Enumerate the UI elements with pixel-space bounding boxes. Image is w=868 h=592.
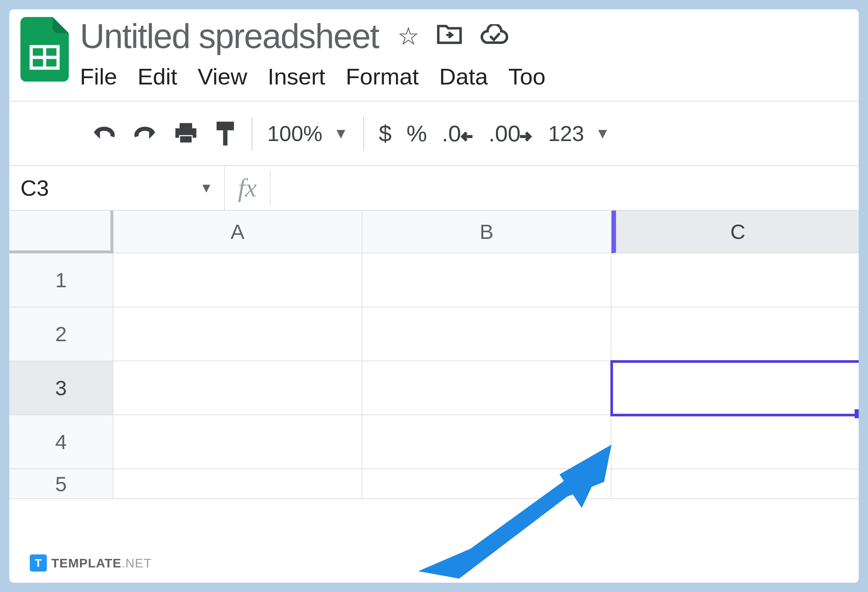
move-folder-icon[interactable] bbox=[436, 22, 463, 50]
menu-bar: File Edit View Insert Format Data Too bbox=[80, 63, 847, 90]
column-header-c[interactable]: C bbox=[611, 211, 859, 253]
print-icon[interactable] bbox=[173, 122, 199, 145]
cell-b2[interactable] bbox=[362, 307, 611, 361]
zoom-value: 100% bbox=[267, 121, 322, 146]
paint-format-icon[interactable] bbox=[214, 121, 237, 147]
percent-format-button[interactable]: % bbox=[406, 120, 427, 147]
row-header-5[interactable]: 5 bbox=[9, 469, 114, 499]
cell-a3[interactable] bbox=[114, 361, 362, 415]
cell-b1[interactable] bbox=[362, 253, 611, 307]
number-format-dropdown[interactable]: 123 ▼ bbox=[548, 121, 610, 146]
row-header-3[interactable]: 3 bbox=[9, 361, 114, 415]
header-content: Untitled spreadsheet ☆ bbox=[80, 17, 847, 90]
menu-insert[interactable]: Insert bbox=[268, 63, 325, 90]
row-header-4[interactable]: 4 bbox=[9, 415, 114, 469]
cell-c3[interactable] bbox=[611, 361, 859, 415]
select-all-corner[interactable] bbox=[9, 211, 114, 253]
title-row: Untitled spreadsheet ☆ bbox=[80, 17, 847, 56]
document-title[interactable]: Untitled spreadsheet bbox=[80, 17, 379, 56]
app-window: Untitled spreadsheet ☆ bbox=[9, 9, 859, 583]
title-icons: ☆ bbox=[397, 22, 509, 50]
cell-a1[interactable] bbox=[114, 253, 362, 307]
cell-b3[interactable] bbox=[362, 361, 611, 415]
svg-rect-5 bbox=[180, 135, 192, 143]
cell-c1[interactable] bbox=[611, 253, 859, 307]
zoom-dropdown[interactable]: 100% ▼ bbox=[267, 121, 348, 146]
name-box-value: C3 bbox=[21, 175, 49, 201]
cell-a2[interactable] bbox=[114, 307, 362, 361]
toolbar-divider bbox=[363, 117, 364, 150]
column-header-a[interactable]: A bbox=[114, 211, 362, 253]
menu-file[interactable]: File bbox=[80, 63, 117, 90]
undo-icon[interactable] bbox=[91, 124, 117, 143]
redo-icon[interactable] bbox=[132, 124, 158, 143]
spreadsheet-grid: A B C 1 2 3 4 5 bbox=[9, 211, 859, 499]
cell-c5[interactable] bbox=[611, 469, 859, 499]
menu-tools[interactable]: Too bbox=[508, 63, 545, 90]
cell-c4[interactable] bbox=[611, 415, 859, 469]
menu-edit[interactable]: Edit bbox=[137, 63, 177, 90]
svg-rect-6 bbox=[217, 121, 234, 130]
cell-a4[interactable] bbox=[114, 415, 362, 469]
cell-c2[interactable] bbox=[611, 307, 859, 361]
formula-input[interactable] bbox=[271, 166, 859, 210]
currency-format-button[interactable]: $ bbox=[379, 120, 391, 147]
increase-decimal-button[interactable]: .00 bbox=[489, 120, 533, 147]
header: Untitled spreadsheet ☆ bbox=[9, 9, 859, 90]
cell-a5[interactable] bbox=[114, 469, 362, 499]
cell-b4[interactable] bbox=[362, 415, 611, 469]
star-icon[interactable]: ☆ bbox=[397, 22, 419, 50]
menu-view[interactable]: View bbox=[198, 63, 247, 90]
cloud-status-icon[interactable] bbox=[480, 22, 509, 50]
toolbar: 100% ▼ $ % .0 .00 123 ▼ bbox=[9, 101, 859, 166]
decrease-decimal-button[interactable]: .0 bbox=[442, 120, 474, 147]
row-header-2[interactable]: 2 bbox=[9, 307, 114, 361]
caret-down-icon: ▼ bbox=[595, 125, 610, 142]
menu-format[interactable]: Format bbox=[346, 63, 419, 90]
toolbar-divider bbox=[252, 117, 252, 150]
watermark-text: TEMPLATE.NET bbox=[51, 556, 152, 570]
svg-rect-3 bbox=[180, 123, 192, 128]
watermark: T TEMPLATE.NET bbox=[30, 554, 152, 571]
cell-b5[interactable] bbox=[362, 469, 611, 499]
column-header-b[interactable]: B bbox=[362, 211, 611, 253]
name-box[interactable]: C3 ▼ bbox=[9, 166, 225, 210]
sheets-logo-icon[interactable] bbox=[21, 17, 69, 82]
caret-down-icon: ▼ bbox=[199, 180, 213, 196]
formula-bar: C3 ▼ fx bbox=[9, 166, 859, 211]
svg-rect-7 bbox=[223, 130, 227, 145]
watermark-badge-icon: T bbox=[30, 554, 47, 571]
fx-icon: fx bbox=[225, 170, 271, 206]
menu-data[interactable]: Data bbox=[439, 63, 488, 90]
row-header-1[interactable]: 1 bbox=[9, 253, 114, 307]
caret-down-icon: ▼ bbox=[334, 125, 348, 142]
